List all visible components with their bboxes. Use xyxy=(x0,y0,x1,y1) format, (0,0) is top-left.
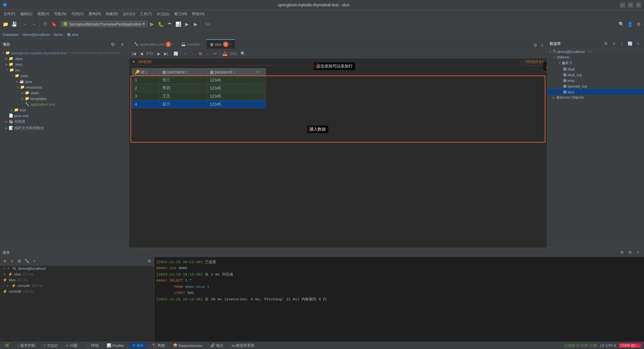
status-services[interactable]: ⚙ 服务 xyxy=(130,343,146,348)
menu-run[interactable]: 运行(U) xyxy=(121,11,137,17)
coverage-button[interactable]: ☂ xyxy=(165,20,173,28)
svc-item-console[interactable]: − ▼ ⚡ console 124 ms xyxy=(0,283,154,289)
db-tree-item-dept-log[interactable]: ▦ dept_log xyxy=(547,72,644,78)
debug-button[interactable]: 🐛 xyxy=(157,20,165,28)
svc-item-stus-sub[interactable]: ⚡ stus 117 ms xyxy=(0,277,154,283)
db-tree-item-demo[interactable]: ▼ 🗃 demo xyxy=(547,54,644,60)
status-terminal[interactable]: ⬛ 终端 xyxy=(84,343,101,348)
minimize-button[interactable]: — xyxy=(620,2,625,8)
status-build[interactable]: 🔨 构建 xyxy=(150,343,167,348)
path-stus[interactable]: stus xyxy=(72,33,78,37)
bottom-settings-button[interactable]: ⚙ xyxy=(619,249,625,256)
toolbar-play3-button[interactable]: ▶ xyxy=(192,20,200,28)
tab-console[interactable]: 💻 console × xyxy=(178,39,207,49)
svc-stop-button[interactable]: ■ xyxy=(1,258,8,264)
menu-edit[interactable]: 编辑(E) xyxy=(18,11,35,17)
right-sidebar-options-button[interactable]: ≡ xyxy=(610,40,617,47)
status-dependencies[interactable]: 📦 Dependencies xyxy=(171,343,204,348)
db-nav-first[interactable]: |◀ xyxy=(130,50,137,57)
menu-navigate[interactable]: 导航(N) xyxy=(52,11,68,17)
db-tree-item-tables[interactable]: ▼ ▦ 表 5 xyxy=(547,60,644,66)
svc-tb-btn-1[interactable]: ≡ xyxy=(9,258,15,264)
right-sidebar-settings-button[interactable]: ⚙ xyxy=(602,40,609,47)
tree-item-external-libs[interactable]: ▶ 📚 外部库 xyxy=(0,118,129,125)
tab-close-icon[interactable]: × xyxy=(230,43,232,46)
db-add-row-button[interactable]: + xyxy=(182,50,189,57)
sidebar-expand-button[interactable]: ≡ xyxy=(118,40,126,48)
menu-file[interactable]: 文件(F) xyxy=(1,11,17,17)
db-tree-item-localhost[interactable]: ▼ 🔌 demo@localhost 1/11 xyxy=(547,49,644,54)
svc-tb-btn-5[interactable]: ⚙ xyxy=(146,258,153,264)
tab-options-button[interactable]: ≡ xyxy=(539,42,545,49)
tree-item-resources[interactable]: ▼ 📁 resources xyxy=(0,84,129,90)
tab-close-icon[interactable]: × xyxy=(201,42,203,46)
path-database[interactable]: Database xyxy=(3,33,18,37)
status-endpoints[interactable]: 🔗 端点 xyxy=(208,343,225,348)
app-configuration-dropdown[interactable]: 🟢 SpringbootMybatisThymeleafTestApplicat… xyxy=(61,21,147,27)
svc-tb-btn-3[interactable]: 🔧 xyxy=(23,258,30,264)
bottom-close-button[interactable]: × xyxy=(635,249,641,256)
toolbar-bookmark-button[interactable]: 🔖 xyxy=(50,20,58,28)
toolbar-recent-button[interactable]: ⏱ xyxy=(41,20,49,28)
menu-code[interactable]: 代码(C) xyxy=(69,11,86,17)
db-duplicate-button[interactable]: ⧉ xyxy=(197,50,204,57)
db-tree-item-server-objects[interactable]: ▶ 🖥 Server Objects xyxy=(547,95,644,100)
menu-build[interactable]: 构建(B) xyxy=(104,11,120,17)
svc-tb-btn-2[interactable]: ⊞ xyxy=(16,258,23,264)
db-submit-button[interactable]: ↑ xyxy=(204,50,211,57)
right-sidebar-close-button[interactable]: × xyxy=(635,40,641,47)
path-demo-at-localhost[interactable]: demo@localhost xyxy=(22,33,50,37)
toolbar-play2-button[interactable]: ▶ xyxy=(183,20,191,28)
db-nav-last[interactable]: ▶| xyxy=(163,50,169,57)
menu-vcs[interactable]: VCS(S) xyxy=(155,11,171,17)
menu-tools[interactable]: 工具(T) xyxy=(138,11,154,17)
tree-item-main[interactable]: ▼ 📁 main xyxy=(0,73,129,79)
tree-item-idea[interactable]: ▶ 📁 .idea xyxy=(0,56,129,61)
db-tree-item-stus[interactable]: ▦ stus xyxy=(547,89,644,95)
db-delete-row-button[interactable]: − xyxy=(190,50,196,57)
svc-item-demo-localhost[interactable]: ✓ ▼ 🔌 demo@localhost xyxy=(0,266,154,271)
status-profiler[interactable]: 📊 Profiler xyxy=(105,343,126,348)
toolbar-back-button[interactable]: ← xyxy=(21,20,29,28)
tab-stus[interactable]: ▦ stus 3 × xyxy=(206,39,235,49)
tree-item-pom[interactable]: ▶ 📄 pom.xml xyxy=(0,113,129,118)
bottom-options-button[interactable]: ⚙ xyxy=(627,249,633,256)
svc-item-stus[interactable]: ▼ ⚡ stus 117 ms xyxy=(0,271,154,277)
menu-help[interactable]: 帮助(H) xyxy=(190,11,206,17)
table-row[interactable]: 3 王五 12345 xyxy=(132,92,266,100)
status-db-update[interactable]: 🗃 数据库更新 xyxy=(229,343,257,348)
db-search-button[interactable]: 🔍 xyxy=(239,50,246,57)
tree-item-mvn[interactable]: ▶ 📁 .mvn xyxy=(0,61,129,67)
db-tree-item-operate-log[interactable]: ▦ operate_log xyxy=(547,83,644,89)
db-export-button[interactable]: 📤 xyxy=(221,50,228,57)
status-version-control[interactable]: ↕ 版本控制 xyxy=(15,343,37,348)
right-sidebar-sync-button[interactable]: 🔄 xyxy=(627,40,633,47)
db-revert-button[interactable]: ↩ xyxy=(212,50,218,57)
tree-item-test[interactable]: ▶ 📁 test xyxy=(0,107,129,113)
tree-item-root[interactable]: ▼ 📁 springboot-mybatis-thymeleaf-test D:… xyxy=(0,50,129,56)
db-tree-item-dept[interactable]: ▦ dept xyxy=(547,66,644,72)
status-todo[interactable]: ✓ TODO xyxy=(41,343,60,348)
run-button[interactable]: ▶ xyxy=(148,20,156,28)
toolbar-settings-button[interactable]: ⚙ xyxy=(635,20,643,28)
tab-settings-button[interactable]: ⚙ xyxy=(532,42,539,49)
svc-item-console-sub[interactable]: ⚡ console 124 ms xyxy=(0,289,154,294)
toolbar-save-button[interactable]: 💾 xyxy=(10,20,18,28)
tree-item-src[interactable]: ▼ 📁 src xyxy=(0,67,129,73)
profile-button[interactable]: 📊 xyxy=(174,20,182,28)
db-nav-next[interactable]: ▶ xyxy=(155,50,162,57)
table-row[interactable]: 1 张三 12345 xyxy=(132,76,266,84)
right-sidebar-expand-button[interactable]: ↕ xyxy=(619,40,625,47)
tab-close-icon[interactable]: × xyxy=(172,42,174,46)
close-button[interactable]: × xyxy=(636,2,641,8)
status-git-icon[interactable]: 🌿 xyxy=(3,343,11,348)
toolbar-search-button[interactable]: 🔍 xyxy=(617,20,625,28)
svc-tb-btn-4[interactable]: + xyxy=(31,258,38,264)
sidebar-settings-button[interactable]: ⚙ xyxy=(109,40,117,48)
tab-application-yml[interactable]: 🔧 application.yml 1 × xyxy=(130,39,178,49)
menu-refactor[interactable]: 重构(R) xyxy=(87,11,103,17)
tree-item-temp-files[interactable]: ▶ 📝 临时文件和控制台 xyxy=(0,125,129,131)
tree-item-templates[interactable]: ▶ 📁 templates xyxy=(0,96,129,101)
toolbar-open-button[interactable]: 📁 xyxy=(1,20,9,28)
db-nav-prev[interactable]: ◀ xyxy=(138,50,145,57)
